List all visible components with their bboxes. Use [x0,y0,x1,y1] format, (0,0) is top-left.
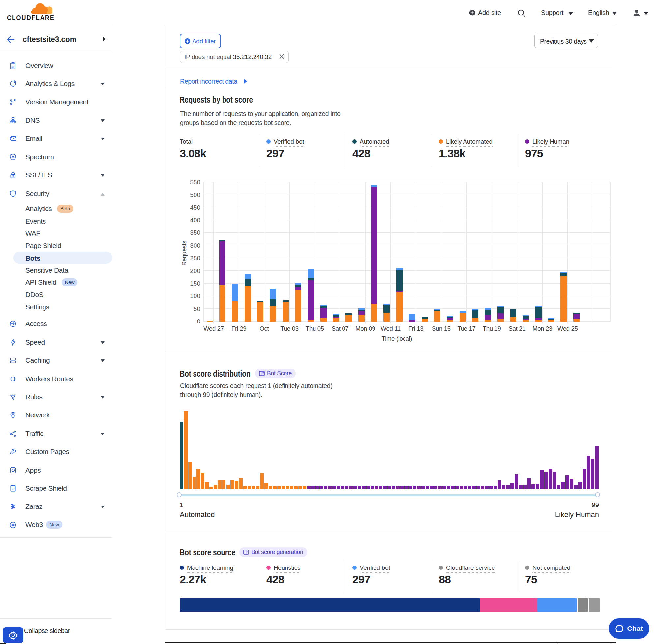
svg-text:400: 400 [190,217,201,224]
svg-text:Fri 29: Fri 29 [231,325,246,332]
svg-text:Sat 07: Sat 07 [332,325,349,332]
svg-text:Requests: Requests [181,241,188,266]
svg-text:150: 150 [190,280,201,287]
svg-text:Thu 05: Thu 05 [306,325,324,332]
svg-text:500: 500 [190,191,201,198]
svg-text:100: 100 [190,293,201,299]
svg-text:Mon 23: Mon 23 [533,325,552,332]
svg-text:Tue 17: Tue 17 [457,325,475,332]
svg-text:550: 550 [190,179,201,186]
svg-text:Wed 27: Wed 27 [204,325,224,332]
svg-text:200: 200 [190,268,201,274]
svg-text:Thu 19: Thu 19 [483,325,501,332]
svg-text:450: 450 [190,204,201,211]
svg-text:300: 300 [190,242,201,249]
svg-text:50: 50 [193,305,201,312]
svg-text:250: 250 [190,255,201,261]
svg-text:Oct: Oct [259,325,269,332]
svg-text:Fri 13: Fri 13 [408,325,424,332]
svg-text:Sat 21: Sat 21 [509,325,526,332]
svg-text:Time (local): Time (local) [382,335,412,342]
svg-text:Mon 09: Mon 09 [355,325,375,332]
svg-text:Wed 11: Wed 11 [381,325,401,332]
svg-text:Tue 03: Tue 03 [281,325,299,332]
svg-text:Wed 25: Wed 25 [558,325,578,332]
svg-text:350: 350 [190,229,201,236]
svg-text:Sun 15: Sun 15 [432,325,451,332]
svg-text:0: 0 [197,318,201,325]
